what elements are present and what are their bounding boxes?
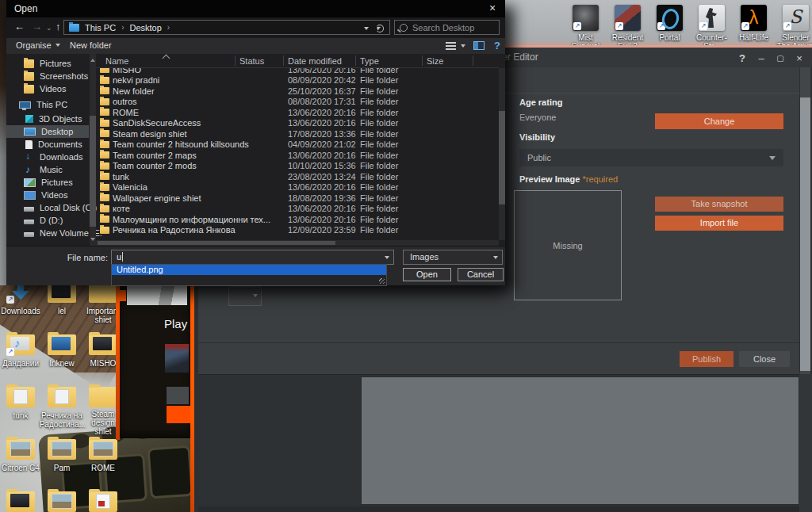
list-vertical-scrollbar[interactable] — [499, 68, 505, 240]
file-row[interactable]: nekvi pradni 08/09/2020 20:42 File folde… — [96, 75, 492, 86]
desktop-icon[interactable]: lel — [41, 279, 82, 331]
organise-menu[interactable]: Organise — [16, 40, 60, 50]
address-dropdown-icon[interactable] — [364, 27, 369, 32]
sidebar-item[interactable]: Local Disk (C:) — [6, 201, 89, 214]
scrollbar-thumb[interactable] — [499, 111, 505, 204]
file-row[interactable]: Steam design shiet 17/08/2020 13:36 File… — [96, 128, 492, 139]
file-row[interactable]: outros 08/08/2020 17:31 File folder — [96, 97, 492, 108]
sidebar-item-this-pc[interactable]: This PC — [6, 98, 89, 111]
file-row[interactable]: SanDiskSecureAccess 13/06/2020 20:16 Fil… — [96, 118, 492, 129]
preview-pane-icon[interactable] — [473, 41, 485, 50]
scrollbar-thumb[interactable] — [98, 241, 335, 245]
file-row[interactable]: Team counter 2 maps 13/06/2020 20:16 Fil… — [96, 150, 492, 161]
sidebar-item[interactable]: Pictures — [6, 57, 89, 70]
autocomplete-item[interactable]: Untitled.png — [112, 265, 386, 275]
open-button[interactable]: Open — [403, 268, 451, 281]
desktop-icon[interactable]: Inknew — [41, 331, 82, 384]
minimize-button[interactable]: – — [752, 50, 771, 67]
desktop-icon[interactable]: tunk — [0, 384, 41, 436]
file-name: Речника на Радостина Янкова — [113, 225, 236, 235]
file-row[interactable]: ROME 13/06/2020 20:16 File folder — [96, 107, 492, 118]
search-box[interactable]: Search Desktop — [394, 20, 500, 35]
close-button[interactable]: × — [790, 50, 809, 67]
scroll-up-icon[interactable] — [90, 56, 95, 62]
file-row[interactable]: Речника на Радостина Янкова 12/09/2020 2… — [96, 225, 492, 236]
scrollbar-thumb[interactable] — [800, 97, 810, 371]
file-row[interactable]: Valenicia 13/06/2020 20:16 File folder — [96, 182, 492, 193]
scrollbar-thumb[interactable] — [90, 116, 96, 227]
sidebar-item-icon — [24, 220, 34, 224]
refresh-icon[interactable] — [376, 25, 384, 32]
file-row[interactable]: New folder 25/10/2020 16:37 File folder — [96, 86, 492, 97]
help-icon[interactable] — [494, 40, 500, 52]
file-row[interactable]: tunk 23/08/2020 13:24 File folder — [96, 171, 492, 182]
sidebar-item[interactable]: Music — [6, 163, 89, 176]
view-mode-icon[interactable] — [446, 42, 456, 50]
close-button[interactable]: Close — [739, 351, 790, 367]
take-snapshot-button[interactable]: Take snapshot — [655, 197, 783, 212]
desktop-icon[interactable]: Slender The Arrival — [775, 5, 812, 49]
column-header-status[interactable]: Status — [239, 56, 264, 66]
desktop-icon[interactable]: Pam — [41, 436, 82, 488]
file-row[interactable]: коте 13/06/2020 20:16 File folder — [96, 204, 492, 215]
breadcrumb-desktop[interactable]: Desktop — [129, 23, 161, 32]
visibility-select[interactable]: Public — [519, 149, 783, 166]
publish-button[interactable]: Publish — [680, 351, 733, 367]
column-header-date-modified[interactable]: Date modified — [288, 56, 342, 66]
import-file-button[interactable]: Import file — [655, 216, 783, 231]
desktop-icon[interactable]: Citroen C4 — [0, 436, 41, 488]
change-button[interactable]: Change — [655, 113, 783, 129]
file-date-modified: 13/06/2020 20:16 — [288, 68, 356, 75]
desktop-icon[interactable]: Речника на Радостина... — [41, 384, 82, 436]
file-row[interactable]: MISHO 13/06/2020 20:16 File folder — [96, 68, 492, 75]
desktop-icon[interactable] — [0, 488, 41, 512]
file-row[interactable]: Малоумщини по информационни тех... 13/06… — [96, 214, 492, 225]
file-name-input[interactable]: u — [111, 250, 394, 265]
desktop-icon[interactable]: Portal — [649, 5, 691, 49]
chevron-down-icon[interactable] — [385, 256, 389, 262]
sidebar-scrollbar[interactable] — [90, 54, 96, 246]
sidebar-item[interactable]: Pictures — [6, 176, 89, 189]
up-button[interactable]: ↑ — [56, 21, 61, 32]
sidebar-item[interactable]: Screenshots — [6, 70, 89, 82]
sidebar-item[interactable]: Downloads — [6, 151, 89, 163]
file-type-select[interactable]: Images — [403, 250, 503, 265]
sidebar-item[interactable]: Documents — [6, 138, 89, 151]
desktop-icon[interactable]: Downloads — [0, 279, 41, 331]
sidebar-item[interactable]: Videos — [6, 189, 89, 201]
address-bar[interactable]: This PC Desktop — [63, 20, 390, 35]
breadcrumb-this-pc[interactable]: This PC — [85, 23, 116, 32]
history-chevron-icon[interactable]: ⌄ — [46, 24, 52, 32]
close-icon[interactable] — [486, 2, 499, 14]
desktop-icon[interactable]: Half-Life — [733, 5, 775, 49]
new-folder-button[interactable]: New folder — [70, 40, 112, 50]
sidebar-item[interactable]: New Volume (E: — [6, 227, 89, 239]
sidebar-item[interactable]: 3D Objects — [6, 113, 89, 125]
file-row[interactable]: Team counter 2 hitsound killsounds 04/09… — [96, 139, 492, 151]
sidebar-item[interactable]: Desktop — [6, 125, 89, 138]
desktop-icon[interactable] — [41, 488, 82, 512]
column-header-name[interactable]: Name — [105, 56, 128, 66]
desktop-icon[interactable]: Дандании — [0, 331, 41, 384]
desktop-icon[interactable]: Resident Evil 2 — [607, 5, 649, 49]
chevron-down-icon[interactable] — [461, 44, 465, 50]
desktop-icon[interactable]: Counter-Str... — [691, 5, 733, 49]
cancel-button[interactable]: Cancel — [458, 268, 504, 281]
editor-scrollbar[interactable] — [800, 67, 810, 374]
sidebar-item[interactable]: D (D:) — [6, 214, 89, 227]
resize-grip-icon[interactable] — [379, 278, 385, 284]
column-header-size[interactable]: Size — [427, 56, 443, 66]
list-horizontal-scrollbar[interactable] — [96, 240, 499, 246]
file-row[interactable]: Team counter 2 mods 10/10/2020 15:36 Fil… — [96, 161, 492, 172]
help-button[interactable]: ? — [733, 50, 752, 67]
desktop-icon[interactable]: Mist Survival — [565, 5, 607, 49]
column-header-type[interactable]: Type — [360, 56, 379, 66]
scroll-down-icon[interactable] — [90, 238, 95, 243]
back-button[interactable]: ← — [14, 21, 25, 32]
background-combo[interactable] — [228, 286, 262, 306]
maximize-button[interactable]: ▢ — [771, 50, 790, 67]
sidebar-item[interactable]: Videos — [6, 82, 89, 95]
forward-button[interactable]: → — [32, 21, 42, 32]
file-row[interactable]: Wallpaper engine shiet 18/08/2020 19:36 … — [96, 193, 492, 204]
breadcrumb-separator-icon — [167, 23, 170, 32]
